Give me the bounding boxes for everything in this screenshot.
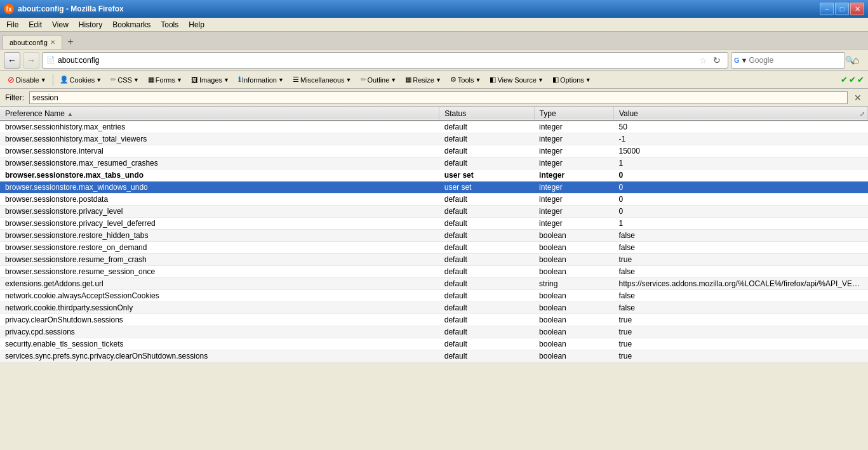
search-engine-button[interactable]: G ▼ [734, 56, 747, 64]
search-engine-label: ▼ [741, 56, 748, 64]
column-header-name[interactable]: Preference Name ▲ [0, 107, 439, 121]
css-button[interactable]: ✏ CSS▼ [107, 74, 143, 86]
filter-bar: Filter: ✕ [0, 89, 868, 107]
disable-icon: ⊘ [8, 75, 15, 84]
forms-label: Forms [156, 76, 175, 84]
css-label: CSS [117, 76, 132, 84]
bookmark-star-icon[interactable]: ☆ [699, 55, 707, 65]
table-row[interactable]: network.cookie.thirdparty.sessionOnlydef… [0, 302, 868, 314]
home-button[interactable]: ⌂ [848, 52, 864, 69]
menu-tools[interactable]: Tools [157, 19, 182, 30]
table-row[interactable]: browser.sessionstore.max_resumed_crashes… [0, 157, 868, 169]
table-row[interactable]: services.sync.prefs.sync.privacy.clearOn… [0, 350, 868, 362]
tab-bar: about:config ✕ + [0, 32, 868, 50]
table-row[interactable]: browser.sessionstore.restore_on_demandde… [0, 242, 868, 254]
cell-status: default [439, 145, 534, 157]
cell-value: 0 [613, 169, 867, 182]
options-button[interactable]: ◧ Options▼ [549, 74, 595, 86]
cell-pref-name: browser.sessionstore.privacy_level [0, 206, 439, 218]
disable-button[interactable]: ⊘ Disable▼ [4, 73, 50, 86]
filter-clear-button[interactable]: ✕ [853, 93, 863, 103]
table-row[interactable]: browser.sessionstore.resume_from_crashde… [0, 254, 868, 266]
cell-type: integer [534, 157, 613, 169]
cell-value: 1 [613, 218, 867, 230]
table-row[interactable]: extensions.getAddons.get.urldefaultstrin… [0, 278, 868, 290]
tools-button[interactable]: ⚙ Tools▼ [446, 74, 485, 86]
cell-pref-name: browser.sessionstore.privacy_level_defer… [0, 218, 439, 230]
tab-label: about:config [10, 39, 48, 46]
new-tab-button[interactable]: + [63, 35, 77, 49]
cell-value: 0 [613, 194, 867, 206]
tab-about-config[interactable]: about:config ✕ [3, 35, 62, 49]
view-source-button[interactable]: ◧ View Source▼ [486, 74, 547, 86]
table-row[interactable]: browser.sessionstore.intervaldefaultinte… [0, 145, 868, 157]
checkmark-1: ✔ [841, 75, 848, 84]
table-row[interactable]: browser.sessionstore.max_windows_undouse… [0, 182, 868, 194]
google-icon: G [734, 56, 740, 64]
minimize-button[interactable]: – [820, 3, 834, 15]
miscellaneous-label: Miscellaneous [300, 76, 345, 84]
options-label: Options [560, 76, 584, 84]
table-row[interactable]: security.enable_tls_session_ticketsdefau… [0, 338, 868, 350]
cell-value: true [613, 314, 867, 326]
table-row[interactable]: privacy.cpd.sessionsdefaultbooleantrue [0, 326, 868, 338]
table-row[interactable]: browser.sessionstore.restore_hidden_tabs… [0, 230, 868, 242]
miscellaneous-button[interactable]: ☰ Miscellaneous▼ [289, 74, 356, 86]
cell-value: 0 [613, 206, 867, 218]
forward-button[interactable]: → [23, 52, 39, 69]
cell-value: https://services.addons.mozilla.org/%LOC… [613, 278, 867, 290]
cell-pref-name: network.cookie.thirdparty.sessionOnly [0, 302, 439, 314]
menu-edit[interactable]: Edit [25, 19, 46, 30]
menu-file[interactable]: File [3, 19, 22, 30]
cell-type: boolean [534, 242, 613, 254]
table-row[interactable]: network.cookie.alwaysAcceptSessionCookie… [0, 290, 868, 302]
cookies-label: Cookies [70, 76, 95, 84]
table-row[interactable]: browser.sessionhistory.max_total_viewers… [0, 133, 868, 145]
view-source-label: View Source [497, 76, 537, 84]
maximize-button[interactable]: □ [835, 3, 849, 15]
cell-value: 1 [613, 157, 867, 169]
cell-status: default [439, 338, 534, 350]
table-row[interactable]: browser.sessionstore.postdatadefaultinte… [0, 194, 868, 206]
cell-type: integer [534, 182, 613, 194]
menu-help[interactable]: Help [185, 19, 208, 30]
tab-close-button[interactable]: ✕ [50, 39, 55, 46]
cell-value: 15000 [613, 145, 867, 157]
table-row[interactable]: browser.sessionstore.privacy_leveldefaul… [0, 206, 868, 218]
images-button[interactable]: 🖼 Images▼ [187, 74, 233, 86]
table-row[interactable]: browser.sessionstore.max_tabs_undouser s… [0, 169, 868, 182]
cell-pref-name: browser.sessionstore.resume_session_once [0, 266, 439, 278]
column-header-type[interactable]: Type [534, 107, 613, 121]
information-icon: ℹ [238, 76, 241, 84]
images-label: Images [199, 76, 222, 84]
column-header-value[interactable]: Value ⤢ [613, 107, 867, 121]
back-button[interactable]: ← [4, 52, 20, 69]
information-button[interactable]: ℹ Information▼ [234, 74, 288, 86]
refresh-button[interactable]: ↻ [710, 53, 724, 67]
forms-button[interactable]: ▦ Forms▼ [144, 74, 186, 86]
cookies-button[interactable]: 👤 Cookies▼ [56, 74, 106, 86]
resize-label: Resize [413, 76, 434, 84]
close-button[interactable]: ✕ [850, 3, 864, 15]
table-row[interactable]: privacy.clearOnShutdown.sessionsdefaultb… [0, 314, 868, 326]
cell-value: true [613, 254, 867, 266]
menu-bookmarks[interactable]: Bookmarks [109, 19, 154, 30]
table-row[interactable]: browser.sessionhistory.max_entriesdefaul… [0, 121, 868, 133]
address-input[interactable] [58, 56, 697, 65]
disable-label: Disable [16, 76, 39, 84]
outline-button[interactable]: ✏ Outline▼ [357, 74, 401, 86]
dev-toolbar: ⊘ Disable▼ 👤 Cookies▼ ✏ CSS▼ ▦ Forms▼ 🖼 … [0, 71, 868, 89]
filter-input[interactable] [29, 91, 848, 104]
column-header-status[interactable]: Status [439, 107, 534, 121]
table-row[interactable]: browser.sessionstore.privacy_level_defer… [0, 218, 868, 230]
menu-view[interactable]: View [48, 19, 72, 30]
table-row[interactable]: browser.sessionstore.resume_session_once… [0, 266, 868, 278]
resize-button[interactable]: ▦ Resize▼ [401, 74, 445, 86]
window-title: about:config - Mozilla Firefox [18, 4, 124, 13]
cell-type: boolean [534, 230, 613, 242]
cell-status: default [439, 121, 534, 133]
menu-history[interactable]: History [75, 19, 106, 30]
search-input[interactable] [749, 56, 844, 65]
cell-type: integer [534, 145, 613, 157]
config-table-container: Preference Name ▲ Status Type Value ⤢ br… [0, 107, 868, 435]
